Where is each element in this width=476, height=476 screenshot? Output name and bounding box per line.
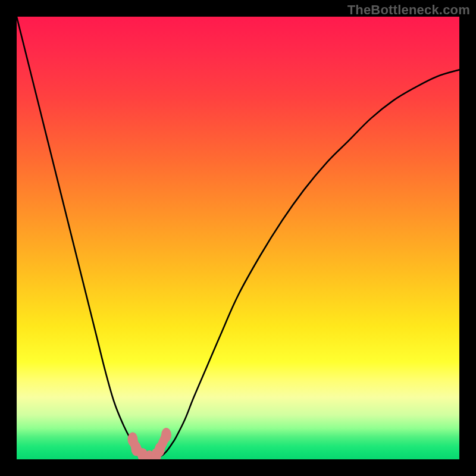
highlight-marker <box>155 443 165 457</box>
highlight-marker <box>161 428 171 442</box>
plot-area <box>17 17 459 459</box>
highlight-markers <box>17 17 459 459</box>
source-attribution: TheBottleneck.com <box>347 2 470 18</box>
chart-frame: TheBottleneck.com <box>0 0 476 476</box>
